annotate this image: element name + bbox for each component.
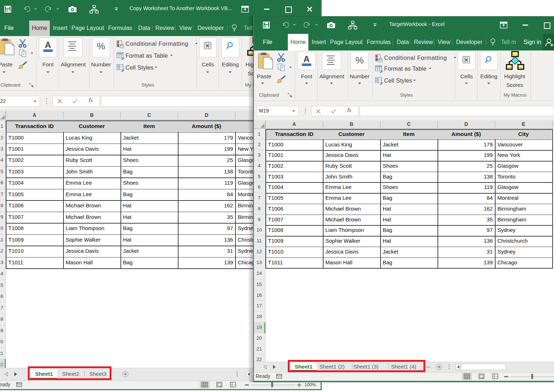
svg-text:A: A: [303, 54, 309, 64]
svg-text:A: A: [45, 40, 51, 50]
